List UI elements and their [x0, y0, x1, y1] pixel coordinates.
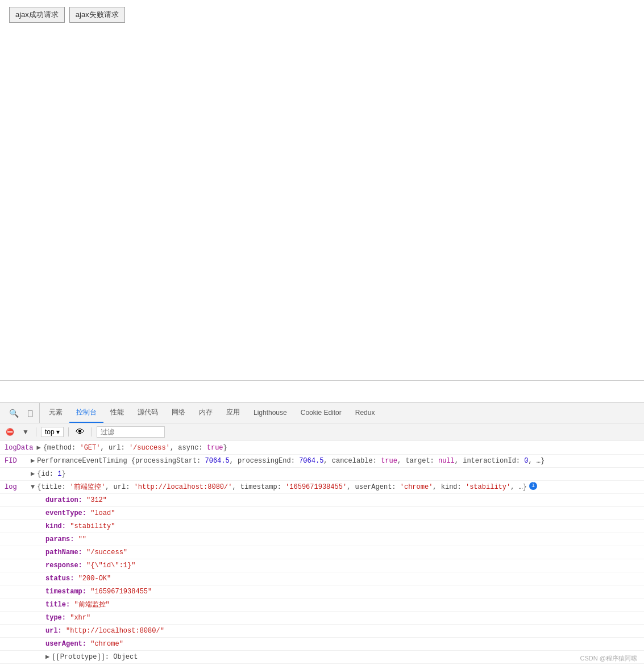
expand-logdata[interactable]: ▶	[36, 443, 40, 453]
tab-performance[interactable]: 性能	[103, 403, 131, 423]
console-prop-status: status: "200-OK"	[0, 572, 644, 585]
chevron-down-icon: ▾	[56, 428, 60, 436]
console-prop-duration: duration: "312"	[0, 494, 644, 507]
tab-cookie-editor[interactable]: Cookie Editor	[294, 403, 348, 423]
expand-id[interactable]: ▶	[31, 469, 35, 479]
console-prop-title: title: "前端监控"	[0, 598, 644, 612]
console-line-id: ▶ {id: 1}	[0, 468, 644, 481]
console-toolbar: ⛔ ▼ top ▾ 👁	[0, 423, 644, 440]
console-prop-params: params: ""	[0, 533, 644, 546]
tab-sources[interactable]: 源代码	[131, 403, 165, 423]
tab-console[interactable]: 控制台	[69, 403, 103, 423]
device-icon[interactable]: ⎕	[26, 408, 35, 419]
clear-console-button[interactable]: ⛔	[3, 427, 16, 437]
prop-val-type: "xhr"	[70, 613, 90, 623]
id-content: {id: 1}	[37, 469, 65, 479]
info-icon[interactable]: i	[529, 482, 537, 490]
toolbar-separator-1	[36, 427, 36, 437]
expand-fid[interactable]: ▶	[31, 456, 35, 466]
console-prototype: ▶ [[Prototype]]: Object	[0, 651, 644, 664]
toolbar-separator-3	[92, 427, 92, 437]
page-area: ajax成功请求 ajax失败请求	[0, 0, 644, 381]
log-level-label: top	[45, 428, 55, 436]
prop-key-status: status:	[45, 573, 74, 584]
console-prop-kind: kind: "stability"	[0, 520, 644, 533]
button-group: ajax成功请求 ajax失败请求	[9, 7, 635, 23]
prop-key-url: url:	[45, 626, 62, 636]
filter-input[interactable]	[97, 426, 165, 438]
fid-content: PerformanceEventTiming {processingStart:…	[37, 456, 545, 466]
prop-val-duration: "312"	[86, 495, 107, 505]
ajax-fail-button[interactable]: ajax失败请求	[69, 7, 125, 23]
prop-key-useragent: userAgent:	[45, 639, 86, 649]
devtools-tab-bar: 🔍 ⎕ 元素 控制台 性能 源代码 网络 内存 应用 Lighthouse Co…	[0, 403, 644, 423]
prototype-content: [[Prototype]]: Object	[52, 652, 138, 662]
line-prefix-fid: FID	[5, 456, 27, 466]
tab-redux[interactable]: Redux	[348, 403, 382, 423]
prop-val-pathname: "/success"	[86, 547, 127, 558]
prop-val-eventtype: "load"	[90, 508, 115, 518]
line-prefix-log: log	[5, 482, 27, 492]
prop-key-response: response:	[45, 560, 82, 571]
devtools-panel: 🔍 ⎕ 元素 控制台 性能 源代码 网络 内存 应用 Lighthouse Co…	[0, 402, 644, 665]
prop-key-title: title:	[45, 600, 70, 610]
prop-val-status: "200-OK"	[78, 573, 111, 584]
prop-val-response: "{\"id\":1}"	[86, 560, 135, 571]
prop-key-pathname: pathName:	[45, 547, 82, 558]
prop-val-useragent: "chrome"	[90, 639, 123, 649]
log-level-select[interactable]: top ▾	[41, 427, 64, 437]
prop-val-kind: "stability"	[70, 521, 115, 531]
tab-memory[interactable]: 内存	[192, 403, 219, 423]
prop-key-timestamp: timestamp:	[45, 587, 86, 597]
log-content: {title: '前端监控', url: 'http://localhost:8…	[37, 482, 527, 492]
console-line-logdata: logData ▶ {method: 'GET', url: '/success…	[0, 442, 644, 455]
tab-application[interactable]: 应用	[219, 403, 247, 423]
console-prop-response: response: "{\"id\":1}"	[0, 559, 644, 572]
prop-key-duration: duration:	[45, 495, 82, 505]
watermark: CSDN @程序猿阿嗦	[580, 654, 637, 663]
logdata-content: {method: 'GET', url: '/success', async: …	[43, 443, 227, 453]
prop-val-timestamp: "1659671938455"	[90, 587, 152, 597]
tab-network[interactable]: 网络	[165, 403, 192, 423]
line-prefix-logdata: logData	[5, 443, 33, 453]
console-prop-pathname: pathName: "/success"	[0, 546, 644, 559]
prop-val-title: "前端监控"	[74, 600, 109, 610]
prop-val-params: ""	[78, 534, 86, 545]
console-line-fid: FID ▶ PerformanceEventTiming {processing…	[0, 455, 644, 468]
prop-key-kind: kind:	[45, 521, 66, 531]
console-line-log: log ▼ {title: '前端监控', url: 'http://local…	[0, 481, 644, 494]
prop-val-url: "http://localhost:8080/"	[66, 626, 164, 636]
console-prop-timestamp: timestamp: "1659671938455"	[0, 585, 644, 598]
filter-toggle-button[interactable]: ▼	[20, 427, 31, 437]
tab-elements[interactable]: 元素	[42, 403, 69, 423]
prop-key-params: params:	[45, 534, 74, 545]
inspect-icon[interactable]: 🔍	[7, 408, 21, 419]
expand-log[interactable]: ▼	[31, 482, 35, 492]
console-output: logData ▶ {method: 'GET', url: '/success…	[0, 440, 644, 665]
console-prop-useragent: userAgent: "chrome"	[0, 638, 644, 651]
expand-prototype[interactable]: ▶	[45, 652, 49, 662]
devtools-icon-group: 🔍 ⎕	[2, 403, 40, 423]
tab-lighthouse[interactable]: Lighthouse	[247, 403, 294, 423]
toolbar-separator-2	[68, 427, 69, 437]
prop-key-type: type:	[45, 613, 66, 623]
ajax-success-button[interactable]: ajax成功请求	[9, 7, 65, 23]
console-prop-type: type: "xhr"	[0, 612, 644, 625]
console-prop-url: url: "http://localhost:8080/"	[0, 625, 644, 638]
console-prop-eventtype: eventType: "load"	[0, 507, 644, 520]
eye-button[interactable]: 👁	[73, 426, 87, 438]
prop-key-eventtype: eventType:	[45, 508, 86, 518]
